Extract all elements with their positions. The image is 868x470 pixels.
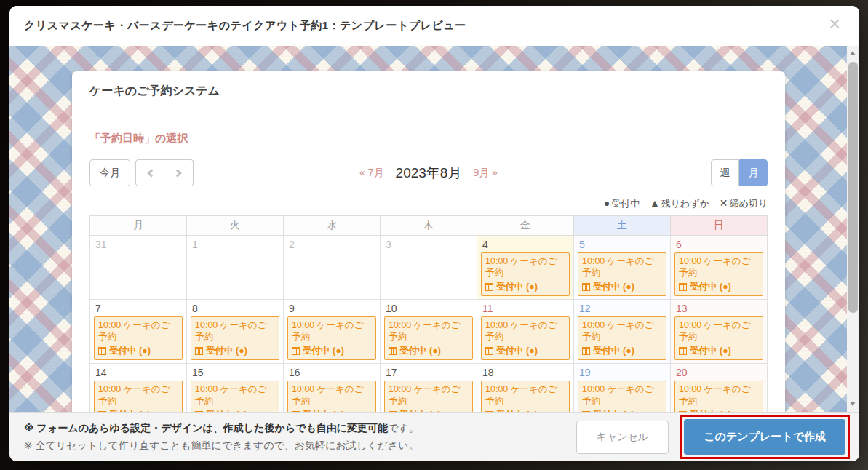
calendar-day-cell[interactable]: 1510:00 ケーキのご予約受付中 (●) xyxy=(187,364,284,413)
calendar-icon xyxy=(582,411,590,413)
calendar-day-cell[interactable]: 1 xyxy=(187,236,284,300)
event-status: 受付中 (●) xyxy=(582,281,662,292)
event-item[interactable]: 10:00 ケーキのご予約受付中 (●) xyxy=(481,316,570,360)
day-number: 4 xyxy=(477,236,573,251)
day-header-日: 日 xyxy=(671,216,768,236)
event-status: 受付中 (●) xyxy=(389,345,469,357)
event-item[interactable]: 10:00 ケーキのご予約受付中 (●) xyxy=(94,381,183,412)
calendar-day-cell[interactable]: 1210:00 ケーキのご予約受付中 (●) xyxy=(574,300,671,364)
event-status: 受付中 (●) xyxy=(485,409,565,412)
event-title: 10:00 ケーキのご予約 xyxy=(582,255,662,279)
day-number: 3 xyxy=(381,236,477,251)
event-item[interactable]: 10:00 ケーキのご予約受付中 (●) xyxy=(481,252,570,296)
calendar-day-cell[interactable]: 31 xyxy=(90,236,187,300)
event-status: 受付中 (●) xyxy=(98,409,178,412)
calendar-day-cell[interactable]: 1610:00 ケーキのご予約受付中 (●) xyxy=(284,364,381,413)
event-item[interactable]: 10:00 ケーキのご予約受付中 (●) xyxy=(384,316,473,360)
event-status: 受付中 (●) xyxy=(582,345,662,357)
calendar-icon xyxy=(292,411,300,413)
calendar-week-row: 1410:00 ケーキのご予約受付中 (●)1510:00 ケーキのご予約受付中… xyxy=(90,364,768,413)
day-number: 7 xyxy=(90,300,186,315)
month-view-button[interactable]: 月 xyxy=(739,159,768,186)
event-title: 10:00 ケーキのご予約 xyxy=(195,383,275,407)
event-status-label: 受付中 (●) xyxy=(303,409,344,412)
next-month-link[interactable]: 9月 » xyxy=(473,167,497,180)
day-number: 11 xyxy=(477,300,573,315)
event-title: 10:00 ケーキのご予約 xyxy=(485,383,565,407)
event-status: 受付中 (●) xyxy=(485,281,565,292)
day-number: 8 xyxy=(187,300,283,315)
calendar-day-cell[interactable]: 1910:00 ケーキのご予約受付中 (●) xyxy=(574,364,671,413)
calendar-day-cell[interactable]: 610:00 ケーキのご予約受付中 (●) xyxy=(671,236,768,300)
highlight-border: このテンプレートで作成 xyxy=(680,415,850,459)
triangle-icon: ▲ xyxy=(650,197,660,209)
event-title: 10:00 ケーキのご予約 xyxy=(485,319,565,343)
event-title: 10:00 ケーキのご予約 xyxy=(389,319,469,343)
calendar-day-cell[interactable]: 510:00 ケーキのご予約受付中 (●) xyxy=(574,236,671,300)
calendar-day-cell[interactable]: 410:00 ケーキのご予約受付中 (●) xyxy=(477,236,574,300)
calendar-day-cell[interactable]: 910:00 ケーキのご予約受付中 (●) xyxy=(284,300,381,364)
event-status-label: 受付中 (●) xyxy=(109,345,151,357)
scrollbar-thumb[interactable] xyxy=(848,62,858,313)
day-number: 18 xyxy=(477,364,573,379)
event-status-label: 受付中 (●) xyxy=(109,409,151,412)
footer-note-2: ※ 全てリセットして作り直すことも簡単にできますので、お気軽にお試しください。 xyxy=(24,437,565,455)
close-icon[interactable]: × xyxy=(829,15,840,34)
calendar-day-cell[interactable]: 1810:00 ケーキのご予約受付中 (●) xyxy=(477,364,574,413)
event-status-label: 受付中 (●) xyxy=(593,281,634,292)
event-item[interactable]: 10:00 ケーキのご予約受付中 (●) xyxy=(578,316,666,360)
event-title: 10:00 ケーキのご予約 xyxy=(679,319,759,343)
event-title: 10:00 ケーキのご予約 xyxy=(98,383,178,407)
event-status: 受付中 (●) xyxy=(679,281,759,292)
day-number: 10 xyxy=(381,300,477,315)
vertical-scrollbar[interactable] xyxy=(847,46,859,412)
calendar-day-cell[interactable]: 2010:00 ケーキのご予約受付中 (●) xyxy=(671,364,768,413)
calendar-day-cell[interactable]: 1310:00 ケーキのご予約受付中 (●) xyxy=(671,300,768,364)
calendar-day-cell[interactable]: 810:00 ケーキのご予約受付中 (●) xyxy=(187,300,284,364)
modal-title: クリスマスケーキ・バースデーケーキのテイクアウト予約1：テンプレートプレビュー xyxy=(24,19,466,33)
prev-month-link[interactable]: « 7月 xyxy=(359,167,383,180)
day-number: 31 xyxy=(90,236,186,251)
calendar-day-cell[interactable]: 1710:00 ケーキのご予約受付中 (●) xyxy=(381,364,477,413)
event-title: 10:00 ケーキのご予約 xyxy=(292,383,372,407)
day-header-月: 月 xyxy=(90,216,187,236)
cancel-button[interactable]: キャンセル xyxy=(576,421,669,454)
week-view-button[interactable]: 週 xyxy=(711,159,739,186)
scroll-up-arrow-icon[interactable] xyxy=(850,51,856,55)
event-status: 受付中 (●) xyxy=(292,345,372,357)
calendar-day-cell[interactable]: 710:00 ケーキのご予約受付中 (●) xyxy=(90,300,187,364)
event-item[interactable]: 10:00 ケーキのご予約受付中 (●) xyxy=(94,316,183,360)
day-number: 9 xyxy=(284,300,380,315)
event-item[interactable]: 10:00 ケーキのご予約受付中 (●) xyxy=(384,381,473,412)
day-number: 19 xyxy=(574,364,670,379)
calendar-day-cell[interactable]: 2 xyxy=(284,236,381,300)
event-item[interactable]: 10:00 ケーキのご予約受付中 (●) xyxy=(674,381,763,412)
calendar-day-cell[interactable]: 1410:00 ケーキのご予約受付中 (●) xyxy=(90,364,187,413)
event-item[interactable]: 10:00 ケーキのご予約受付中 (●) xyxy=(287,316,376,360)
day-number: 14 xyxy=(90,364,186,379)
event-item[interactable]: 10:00 ケーキのご予約受付中 (●) xyxy=(578,381,666,412)
event-status-label: 受付中 (●) xyxy=(593,409,634,412)
footer-notes: ※ フォームのあらゆる設定・デザインは、作成した後からでも自由に変更可能です。 … xyxy=(24,420,565,455)
day-header-row: 月火水木金土日 xyxy=(90,216,768,236)
event-item[interactable]: 10:00 ケーキのご予約受付中 (●) xyxy=(674,316,763,360)
event-item[interactable]: 10:00 ケーキのご予約受付中 (●) xyxy=(578,252,666,296)
event-item[interactable]: 10:00 ケーキのご予約受付中 (●) xyxy=(191,316,279,360)
calendar-day-cell[interactable]: 1110:00 ケーキのご予約受付中 (●) xyxy=(477,300,574,364)
calendar-week-row: 710:00 ケーキのご予約受付中 (●)810:00 ケーキのご予約受付中 (… xyxy=(90,300,768,364)
calendar-icon xyxy=(98,411,106,413)
event-item[interactable]: 10:00 ケーキのご予約受付中 (●) xyxy=(481,381,570,412)
event-item[interactable]: 10:00 ケーキのご予約受付中 (●) xyxy=(287,381,376,412)
event-item[interactable]: 10:00 ケーキのご予約受付中 (●) xyxy=(674,252,763,296)
event-item[interactable]: 10:00 ケーキのご予約受付中 (●) xyxy=(191,381,279,412)
calendar-day-cell[interactable]: 1010:00 ケーキのご予約受付中 (●) xyxy=(381,300,477,364)
day-number: 2 xyxy=(284,236,380,251)
scroll-down-arrow-icon[interactable] xyxy=(850,402,856,406)
template-preview-modal: クリスマスケーキ・バースデーケーキのテイクアウト予約1：テンプレートプレビュー … xyxy=(9,6,859,461)
create-from-template-button[interactable]: このテンプレートで作成 xyxy=(684,419,845,455)
day-header-水: 水 xyxy=(284,216,381,236)
day-number: 13 xyxy=(671,300,767,315)
calendar-day-cell[interactable]: 3 xyxy=(381,236,477,300)
event-status-label: 受付中 (●) xyxy=(593,345,634,357)
calendar-icon xyxy=(582,283,590,291)
